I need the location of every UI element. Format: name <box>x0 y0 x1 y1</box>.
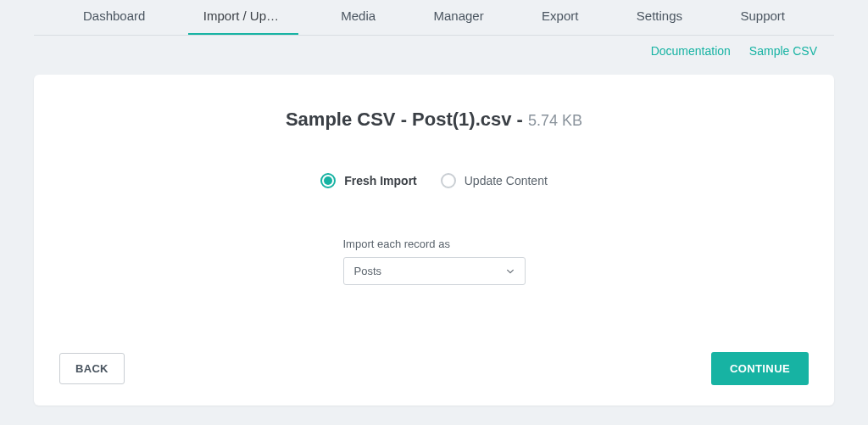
import-mode-radios: Fresh Import Update Content <box>59 173 809 188</box>
continue-button[interactable]: CONTINUE <box>711 352 809 385</box>
main-tabs: Dashboard Import / Upd… Media Manager Ex… <box>34 0 834 36</box>
sample-csv-link[interactable]: Sample CSV <box>749 44 817 58</box>
record-select-block: Import each record as Posts <box>343 238 526 285</box>
file-title: Sample CSV - Post(1).csv - 5.74 KB <box>59 109 809 131</box>
record-select-label: Import each record as <box>343 238 526 250</box>
back-button[interactable]: BACK <box>59 353 125 384</box>
record-select-value: Posts <box>354 265 382 277</box>
tab-import-update[interactable]: Import / Upd… <box>188 0 298 35</box>
chevron-down-icon <box>506 267 515 276</box>
documentation-link[interactable]: Documentation <box>651 44 731 58</box>
radio-selected-icon <box>320 173 336 188</box>
file-name: Sample CSV - Post(1).csv - <box>286 109 528 130</box>
fresh-import-label: Fresh Import <box>344 174 417 187</box>
card-footer: BACK CONTINUE <box>59 352 809 385</box>
tab-dashboard[interactable]: Dashboard <box>68 0 160 35</box>
sublinks: Documentation Sample CSV <box>0 36 868 58</box>
update-content-radio[interactable]: Update Content <box>441 173 548 188</box>
tab-export[interactable]: Export <box>526 0 593 35</box>
fresh-import-radio[interactable]: Fresh Import <box>320 173 417 188</box>
tab-support[interactable]: Support <box>725 0 800 35</box>
tab-media[interactable]: Media <box>326 0 391 35</box>
tab-manager[interactable]: Manager <box>418 0 498 35</box>
record-select[interactable]: Posts <box>343 257 526 285</box>
update-content-label: Update Content <box>465 174 548 187</box>
tab-settings[interactable]: Settings <box>621 0 698 35</box>
file-size: 5.74 KB <box>528 112 582 129</box>
radio-unselected-icon <box>441 173 456 188</box>
import-card: Sample CSV - Post(1).csv - 5.74 KB Fresh… <box>34 75 834 405</box>
